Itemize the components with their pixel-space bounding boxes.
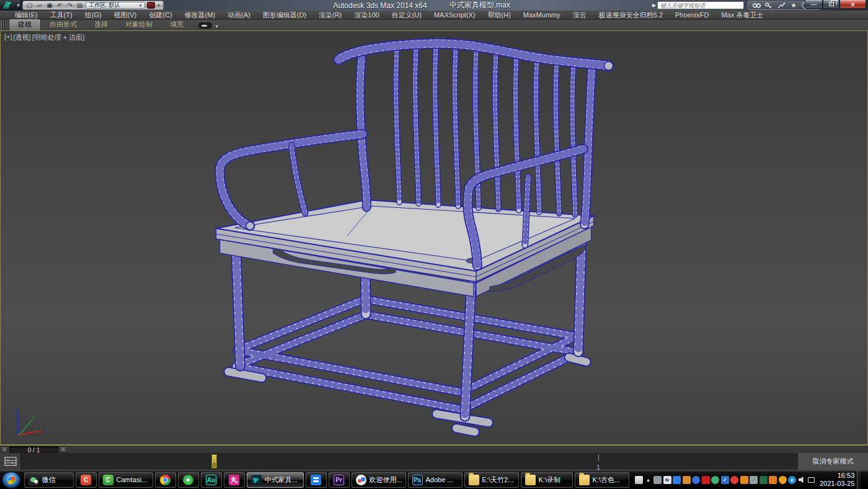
subscription-key-icon[interactable]: [764, 2, 773, 9]
input-method-icon[interactable]: [635, 476, 643, 484]
project-folder-icon[interactable]: ▤: [76, 2, 84, 9]
menu-item-animation[interactable]: 动画(A): [221, 11, 257, 20]
taskbar-folder-k-guse[interactable]: K:\古色...: [575, 472, 629, 488]
menu-item-group[interactable]: 组(G): [79, 11, 108, 20]
nvidia-tray-icon[interactable]: N: [663, 476, 671, 484]
undo-icon[interactable]: ↶: [56, 2, 64, 9]
taskbar-photoshop[interactable]: Ps Adobe ...: [408, 472, 463, 488]
viewport-label: [+] [透视] [明暗处理 + 边面]: [4, 33, 84, 42]
menu-item-maxmummy[interactable]: MaxMummy: [517, 11, 567, 19]
pc-manager-tray-icon[interactable]: ✓: [721, 476, 729, 484]
clock-date: 2021-03-25: [820, 480, 854, 488]
taskbar-video-editor[interactable]: [306, 472, 327, 488]
taskbar-360-browser[interactable]: [178, 472, 199, 488]
pen-input-tray-icon[interactable]: [673, 476, 681, 484]
clock-time: 16:53: [820, 472, 854, 480]
ribbon-grip[interactable]: [1, 20, 5, 30]
viewport-pov-menu[interactable]: [透视]: [14, 33, 31, 42]
mini-curve-editor-button[interactable]: [0, 453, 21, 470]
taskbar-camtasia-recorder[interactable]: C: [76, 472, 97, 488]
3dsmax-taskbar-icon: [251, 475, 262, 485]
menu-item-customize[interactable]: 自定义(U): [386, 11, 428, 20]
tab-freeform[interactable]: 自由形式: [41, 19, 86, 30]
usb-drive-tray-icon[interactable]: [683, 476, 691, 484]
taskbar-chrome[interactable]: [155, 472, 176, 488]
menu-item-slim-archive[interactable]: 极速瘦身安全归档5.2: [593, 11, 669, 20]
menu-item-rendering[interactable]: 渲染(R): [312, 11, 348, 20]
workspace-selector[interactable]: 工作区: 默认 ▼: [86, 2, 145, 9]
start-button[interactable]: [2, 472, 20, 488]
capture-tool-tray-icon[interactable]: [769, 476, 777, 484]
show-desktop-button[interactable]: [857, 470, 861, 489]
taskbar-folder-e-tianzhu[interactable]: E:\天竹2...: [464, 472, 519, 488]
menu-item-rendering100[interactable]: 渲染100: [348, 11, 385, 20]
current-frame-display[interactable]: 0 / 1: [9, 446, 58, 453]
security-shield-tray-icon[interactable]: [779, 476, 787, 484]
favorites-star-icon[interactable]: ★: [789, 2, 798, 9]
taskbar-3dsmax[interactable]: 中式家具...: [247, 472, 304, 488]
menu-item-help[interactable]: 帮助(H): [482, 11, 517, 20]
internet-explorer-tray-icon[interactable]: e: [788, 476, 796, 484]
time-slider-handle[interactable]: 0: [211, 454, 217, 469]
previous-frame-button[interactable]: <: [1, 446, 8, 453]
ribbon-minimize-toggle[interactable]: [198, 22, 212, 29]
menu-item-tools[interactable]: 工具(T): [44, 11, 79, 20]
open-file-icon[interactable]: ▱: [35, 2, 43, 9]
tab-populate[interactable]: 填充: [161, 19, 192, 30]
close-button[interactable]: ×: [839, 0, 866, 9]
restore-button[interactable]: [823, 0, 839, 9]
taskbar-camtasia[interactable]: C Camtasi...: [99, 472, 153, 488]
tab-selection[interactable]: 选择: [86, 19, 117, 30]
tab-object-paint[interactable]: 对象绘制: [117, 19, 161, 30]
menu-item-max-antivirus[interactable]: Max 杀毒卫士: [715, 11, 769, 20]
taskbar-wan-app[interactable]: 丸: [224, 472, 245, 488]
file-title: 中式家具模型.max: [450, 0, 510, 11]
screen-record-tray-icon[interactable]: [760, 476, 768, 484]
cloud-app-tray-icon[interactable]: [692, 476, 700, 484]
taskbar-clock[interactable]: 16:53 2021-03-25: [820, 472, 854, 488]
end-frame-tick: 1: [595, 454, 601, 469]
search-binoculars-icon[interactable]: [752, 2, 761, 9]
taskbar-folder-k1-label: K:\录制: [539, 475, 560, 485]
menu-item-create[interactable]: 创建(C): [143, 11, 178, 20]
next-frame-button[interactable]: >: [60, 446, 67, 453]
redo-icon[interactable]: ↷: [66, 2, 74, 9]
viewport-shading-menu[interactable]: [明暗处理 + 边面]: [32, 33, 85, 42]
search-expand-icon[interactable]: ▶: [652, 2, 656, 8]
360-safe-tray-icon[interactable]: [730, 476, 738, 484]
perspective-viewport[interactable]: [+] [透视] [明暗处理 + 边面]: [0, 30, 868, 445]
network-tray-icon[interactable]: [807, 476, 815, 484]
app-menu-button[interactable]: ▼: [0, 0, 20, 11]
show-hidden-icons-arrow[interactable]: ▴: [645, 477, 652, 483]
menu-item-xuanyun[interactable]: 渲云: [567, 11, 593, 20]
menu-item-modifiers[interactable]: 修改器(M): [179, 11, 222, 20]
track-bar[interactable]: 0 1 取消专家模式: [0, 453, 868, 470]
pdf-reader-tray-icon[interactable]: [702, 476, 710, 484]
ribbon-minimize-caret-icon[interactable]: ▼: [215, 24, 219, 29]
tab-modeling[interactable]: 建模: [9, 19, 41, 30]
taskbar-wechat[interactable]: 微信: [24, 472, 74, 488]
drive-monitor-tray-icon[interactable]: [740, 476, 748, 484]
workspace-flag-icon[interactable]: [147, 2, 155, 9]
axis-z-label: z: [16, 406, 19, 413]
new-scene-icon[interactable]: ▢: [25, 2, 33, 9]
menu-item-graph-editors[interactable]: 图形编辑器(D): [257, 11, 312, 20]
viewport-general-menu[interactable]: [+]: [4, 33, 12, 42]
cancel-expert-mode-button[interactable]: 取消专家模式: [813, 457, 854, 466]
taskbar-premiere[interactable]: Pr: [329, 472, 350, 488]
search-input[interactable]: [657, 1, 744, 9]
taskbar-audition[interactable]: Au: [201, 472, 222, 488]
taskbar-folder-k-record[interactable]: K:\录制: [521, 472, 573, 488]
save-file-icon[interactable]: ▣: [45, 2, 53, 9]
graphics-settings-tray-icon[interactable]: [653, 476, 662, 484]
menu-item-views[interactable]: 视图(V): [108, 11, 143, 20]
volume-tray-icon[interactable]: [798, 476, 806, 484]
usb-ready-tray-icon[interactable]: ✓: [750, 476, 758, 484]
menu-item-maxscript[interactable]: MAXScript(X): [428, 11, 482, 19]
minimize-button[interactable]: —: [805, 0, 823, 9]
menu-item-phoenixfd[interactable]: PhoenixFD: [669, 11, 715, 19]
communication-center-icon[interactable]: [777, 2, 786, 9]
chair-wireframe-model[interactable]: [1, 31, 867, 444]
wechat-tray-icon[interactable]: [711, 476, 719, 484]
taskbar-baidu-netdisk[interactable]: 欢迎使用...: [352, 472, 406, 488]
